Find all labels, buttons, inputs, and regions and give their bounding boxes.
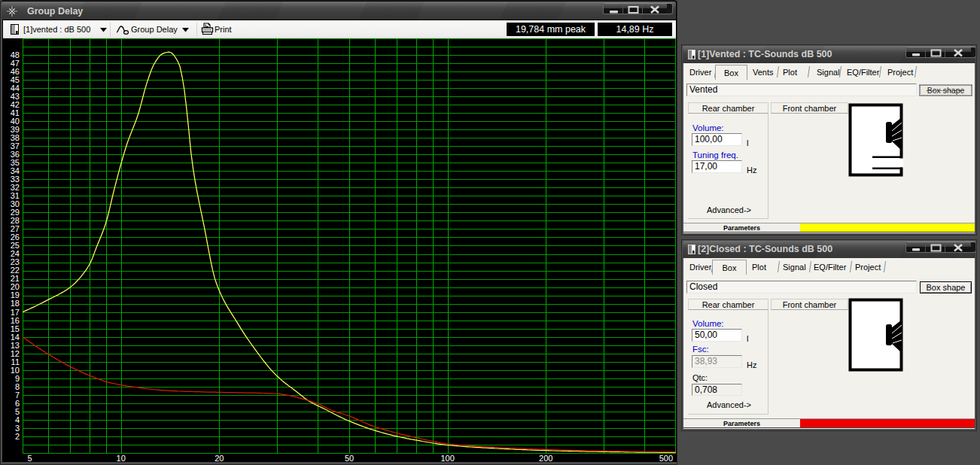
svg-text:20: 20 — [11, 282, 20, 291]
svg-text:8: 8 — [15, 382, 20, 391]
svg-text:45: 45 — [11, 75, 20, 84]
svg-text:50: 50 — [345, 454, 354, 463]
svg-text:27: 27 — [11, 224, 20, 233]
svg-text:42: 42 — [11, 100, 20, 109]
svg-text:16: 16 — [11, 316, 20, 325]
svg-text:34: 34 — [11, 166, 20, 175]
svg-text:33: 33 — [11, 175, 20, 184]
svg-text:6: 6 — [15, 399, 20, 408]
svg-text:28: 28 — [11, 216, 20, 225]
svg-text:19: 19 — [11, 290, 20, 299]
svg-text:100: 100 — [440, 454, 454, 463]
svg-text:35: 35 — [11, 158, 20, 167]
svg-text:36: 36 — [11, 150, 20, 159]
svg-text:44: 44 — [11, 84, 20, 93]
svg-text:3: 3 — [15, 424, 20, 433]
svg-text:200: 200 — [539, 454, 552, 463]
svg-text:11: 11 — [11, 357, 20, 366]
svg-text:37: 37 — [11, 141, 20, 150]
svg-text:5: 5 — [15, 407, 20, 416]
svg-text:17: 17 — [11, 308, 20, 317]
svg-text:2: 2 — [15, 432, 20, 441]
svg-text:38: 38 — [11, 133, 20, 142]
svg-text:4: 4 — [15, 415, 20, 424]
svg-text:12: 12 — [11, 349, 20, 358]
svg-text:47: 47 — [11, 59, 20, 68]
svg-text:43: 43 — [11, 92, 20, 101]
svg-text:41: 41 — [11, 108, 20, 117]
svg-text:25: 25 — [11, 241, 20, 250]
svg-text:5: 5 — [28, 454, 32, 463]
svg-text:10: 10 — [11, 366, 20, 375]
svg-text:21: 21 — [11, 274, 20, 283]
svg-text:14: 14 — [11, 333, 20, 342]
svg-text:500: 500 — [659, 454, 673, 463]
svg-text:9: 9 — [15, 374, 20, 383]
svg-text:40: 40 — [11, 117, 20, 126]
svg-text:20: 20 — [215, 454, 224, 463]
svg-text:23: 23 — [11, 257, 20, 266]
svg-text:24: 24 — [11, 249, 20, 258]
svg-text:18: 18 — [11, 299, 20, 308]
svg-text:48: 48 — [11, 50, 20, 59]
svg-text:26: 26 — [11, 232, 20, 242]
svg-text:29: 29 — [11, 208, 20, 217]
svg-text:15: 15 — [11, 324, 20, 333]
svg-text:7: 7 — [15, 391, 20, 400]
svg-text:13: 13 — [11, 341, 20, 350]
svg-text:30: 30 — [11, 199, 20, 208]
svg-text:46: 46 — [11, 67, 20, 76]
svg-text:39: 39 — [11, 125, 20, 134]
svg-text:32: 32 — [11, 183, 20, 192]
svg-text:22: 22 — [11, 266, 20, 275]
svg-text:10: 10 — [117, 454, 126, 463]
svg-text:31: 31 — [11, 191, 20, 200]
